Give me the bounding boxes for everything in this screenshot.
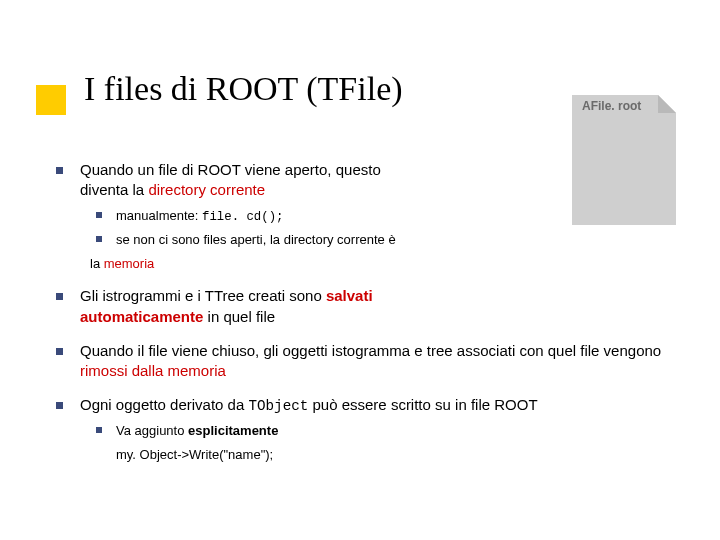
accent-square — [36, 85, 66, 115]
bullet-2: Gli istrogrammi e i TTree creati sono sa… — [50, 286, 690, 327]
bullet-4-codeline: my. Object->Write("name"); — [116, 446, 690, 464]
b1s2: se non ci sono files aperti, la director… — [116, 232, 396, 247]
bullet-3: Quando il file viene chiuso, gli oggetti… — [50, 341, 690, 382]
b4-post: può essere scritto su in file ROOT — [308, 396, 537, 413]
b1-trail-pre: la — [90, 256, 104, 271]
b3-pre: Quando il file viene chiuso, gli oggetti… — [80, 342, 661, 359]
b4-pre: Ogni oggetto derivato da — [80, 396, 248, 413]
b1-red: directory corrente — [148, 181, 265, 198]
bullet-4-sub-1: Va aggiunto esplicitamente — [90, 422, 690, 440]
b1s1-code: file. cd(); — [202, 210, 283, 224]
bullet-1-sub-1: manualmente: file. cd(); — [90, 207, 690, 226]
b2-pre: Gli istrogrammi e i TTree creati sono — [80, 287, 326, 304]
b3-red: rimossi dalla memoria — [80, 362, 226, 379]
b4-code: TObject — [248, 398, 308, 414]
slide-title: I files di ROOT (TFile) — [84, 70, 403, 108]
b1-trail-red: memoria — [104, 256, 155, 271]
b2-post: in quel file — [203, 308, 275, 325]
b4s1-pre: Va aggiunto — [116, 423, 188, 438]
bullet-4: Ogni oggetto derivato da TObject può ess… — [50, 395, 690, 463]
b4s1-bold: esplicitamente — [188, 423, 278, 438]
bullet-1-sub-2: se non ci sono files aperti, la director… — [90, 231, 690, 249]
bullet-1: Quando un file di ROOT viene aperto, que… — [50, 160, 690, 272]
b1s1-pre: manualmente: — [116, 208, 202, 223]
bullet-1-trailing: la memoria — [90, 255, 690, 273]
slide-body: Quando un file di ROOT viene aperto, que… — [50, 160, 690, 478]
file-icon-label: AFile. root — [582, 99, 641, 113]
